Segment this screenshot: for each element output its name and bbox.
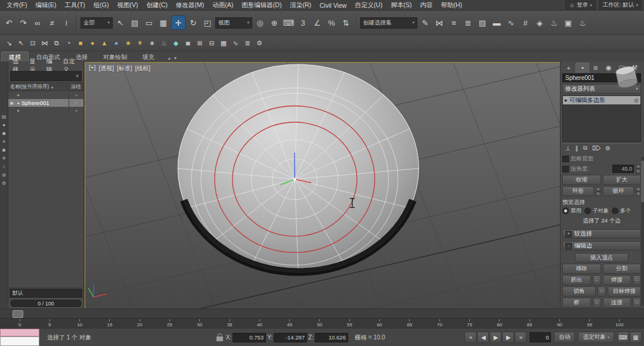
timeline-tick[interactable]: 90 [553,319,566,328]
preview-subobject-radio[interactable] [584,208,591,214]
edit-named-selection-icon[interactable]: ✎ [419,16,432,29]
viewport-pov-menu[interactable]: [透视] [98,64,114,73]
timeline-tick[interactable]: 5 [43,319,56,328]
angle-value-field[interactable]: 45.0 [612,165,634,173]
timeline-tick[interactable]: 55 [343,319,356,328]
keyboard-override-icon[interactable]: ⌨ [282,16,295,29]
menu-civil-view[interactable]: Civil View [315,2,351,9]
menu-edit[interactable]: 编辑(E) [31,1,60,10]
mirror-icon[interactable]: ⋈ [433,16,446,29]
create-camera-icon[interactable]: ◙ [182,38,193,48]
selection-filter-dropdown[interactable]: 全部 ▾ [80,17,113,29]
insert-vertex-button[interactable]: 插入顶点 [575,253,628,262]
explorer-filter-all-icon[interactable]: ▤ [2,114,7,120]
rollout-state-icon[interactable]: - [565,243,572,249]
select-and-manipulate-icon[interactable]: ⊕ [268,16,281,29]
timeline-tick[interactable]: 25 [163,319,176,328]
perspective-viewport[interactable]: [+][透视][标准][线框] [85,62,561,309]
angle-spinner[interactable]: ▴ ▾ [636,164,641,174]
settings-icon[interactable]: ⚙ [254,38,265,48]
menu-scripting[interactable]: 脚本(S) [386,1,416,10]
maxscript-mini-listener[interactable] [0,329,39,346]
ignore-backfacing-checkbox[interactable] [562,156,569,162]
menu-content[interactable]: 内容 [416,1,436,10]
create-star-icon[interactable]: ★ [123,38,134,48]
by-angle-checkbox[interactable] [562,166,569,172]
previous-frame-icon[interactable]: ◀ [477,332,489,343]
timeline-tick[interactable]: 100 [613,319,626,328]
menu-tools[interactable]: 工具(T) [60,1,89,10]
auto-key-button[interactable]: 自动 [554,332,575,343]
weld-button[interactable]: 焊接 [603,275,631,285]
percent-snap-icon[interactable]: % [325,16,338,29]
play-icon[interactable]: ▶ [490,332,501,343]
ring-button[interactable]: 环形 [562,186,594,196]
tab-hierarchy[interactable]: ⧈ [590,63,602,73]
x-coordinate-field[interactable]: 0.753 [233,333,266,342]
create-box-icon[interactable]: ■ [75,38,86,48]
workspace-dropdown[interactable]: 工作区: 默认 ▾ [599,1,642,10]
maxscript-macro-row[interactable] [0,329,39,336]
timeline-tick[interactable]: 15 [103,319,116,328]
menu-customize[interactable]: 自定义(U) [351,1,386,10]
frame-range-display[interactable]: 0 / 100 [10,299,82,308]
visibility-bulb-icon[interactable]: ◎ [634,97,639,103]
split-button[interactable]: 分割 [603,264,642,274]
menu-graph-editors[interactable]: 图形编辑器(D) [237,1,286,10]
timeline-tick[interactable]: 65 [403,319,416,328]
target-weld-button[interactable]: 目标焊接 [608,286,641,296]
shrink-button[interactable]: 收缩 [562,175,601,185]
select-child-icon[interactable]: ↘ [4,38,14,48]
make-unique-icon[interactable]: ⧉ [583,144,587,152]
ring-spinner[interactable]: ▴ ▾ [596,187,601,196]
ribbon-minimize-icon[interactable]: ▴ [168,55,171,61]
viewport-layout-quad-icon[interactable]: ▦ [218,38,229,48]
timeline-tick[interactable]: 75 [463,319,476,328]
reference-coordinate-dropdown[interactable]: 视图 ▾ [215,17,252,29]
rollout-state-icon[interactable]: + [565,231,572,237]
stack-editable-poly[interactable]: ▶ 可编辑多边形 ◎ [563,96,640,104]
viewport-shading-menu[interactable]: [线框] [135,64,151,73]
rendered-frame-window-icon[interactable]: ▣ [562,16,575,29]
timeline-tick[interactable]: 40 [253,319,266,328]
create-geosphere-icon[interactable]: ● [111,38,122,48]
create-teapot-icon[interactable]: ♨ [159,38,169,48]
render-setup-icon[interactable]: ♨ [547,16,561,29]
time-slider-handle[interactable] [13,310,23,318]
search-input[interactable] [11,73,73,79]
explorer-filter-lights-icon[interactable]: ☀ [2,139,6,145]
ribbon-toggle-icon[interactable]: ▬ [490,16,503,29]
loop-spinner[interactable]: ▴ ▾ [636,187,641,196]
pin-stack-icon[interactable]: ⊥ [565,145,571,152]
spinner-down-icon[interactable]: ▾ [636,191,641,196]
row-visibility-icon[interactable]: ◉ [8,101,15,106]
snapshot-icon[interactable]: ◔ [63,38,74,48]
clear-search-icon[interactable]: ✕ [73,73,81,79]
select-and-move-icon[interactable]: ✛ [171,16,185,30]
explorer-filter-cameras-icon[interactable]: ◙ [2,147,5,153]
connect-button[interactable]: 连接 [603,298,631,308]
named-selection-sets-dropdown[interactable]: 创建选择集 ▾ [360,17,417,29]
layer-explorer-toggle-icon[interactable]: ▤ [476,16,489,29]
select-and-link-icon[interactable]: ∞ [31,16,44,29]
menu-rendering[interactable]: 渲染(R) [286,1,315,10]
timeline-tick[interactable]: 70 [433,319,446,328]
timeline-tick[interactable]: 30 [193,319,206,328]
explorer-settings-icon[interactable]: ⚙ [2,181,6,187]
bridge-settings-icon[interactable]: □ [593,298,601,308]
edit-edges-rollout[interactable]: - 编辑边 [562,241,641,251]
explorer-row-2[interactable]: ⌖ ✛ [8,107,83,115]
expand-icon[interactable]: ▶ [565,98,568,102]
connect-settings-icon[interactable]: □ [633,298,641,308]
show-end-result-icon[interactable]: ∥ [575,145,578,152]
bind-to-space-warp-icon[interactable]: ≀ [60,16,73,29]
timeline-tick[interactable]: 85 [523,319,536,328]
angle-snap-icon[interactable]: ∠ [311,16,324,29]
next-frame-icon[interactable]: ▶ [502,332,514,343]
explorer-filter-helpers-icon[interactable]: ✛ [2,156,6,162]
remove-modifier-icon[interactable]: ⌦ [592,145,600,152]
select-parent-icon[interactable]: ↖ [16,38,26,48]
explorer-row-sphere001[interactable]: ◉ ● Sphere001 ✛ [8,99,83,107]
spinner-up-icon[interactable]: ▴ [636,164,641,169]
spinner-snap-icon[interactable]: ⇅ [339,16,352,29]
